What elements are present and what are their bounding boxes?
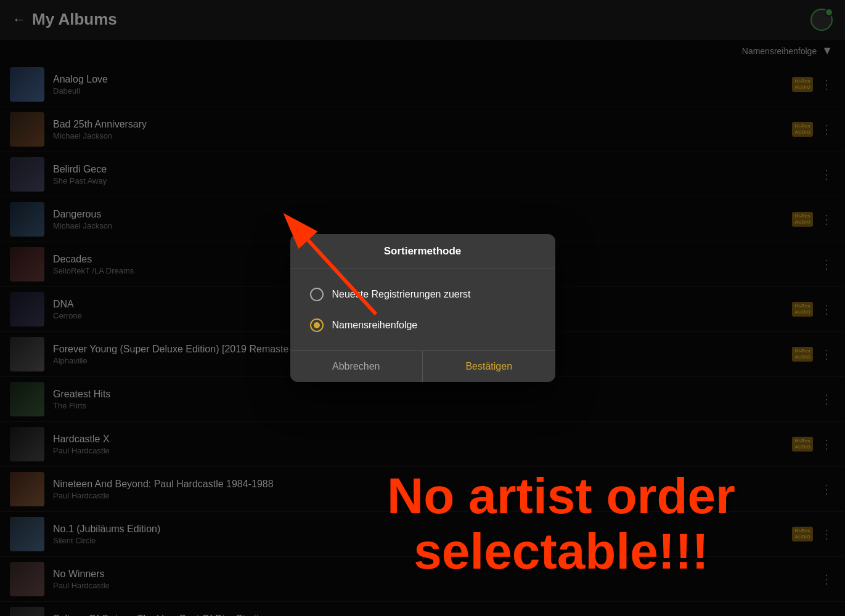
sort-modal: Sortiermethode Neueste Registrierungen z… xyxy=(290,234,555,382)
cancel-button[interactable]: Abbrechen xyxy=(290,351,423,382)
radio-circle-name xyxy=(310,318,324,332)
radio-option-name[interactable]: Namensreihenfolge xyxy=(305,310,541,341)
radio-option-newest[interactable]: Neueste Registrierungen zuerst xyxy=(305,279,541,310)
modal-title: Sortiermethode xyxy=(290,234,555,269)
radio-label-name: Namensreihenfolge xyxy=(332,320,418,331)
modal-footer: Abbrechen Bestätigen xyxy=(290,351,555,382)
modal-overlay: Sortiermethode Neueste Registrierungen z… xyxy=(0,0,845,616)
radio-circle-newest xyxy=(310,288,324,301)
confirm-button[interactable]: Bestätigen xyxy=(423,351,555,382)
modal-body: Neueste Registrierungen zuerst Namensrei… xyxy=(290,269,555,351)
radio-label-newest: Neueste Registrierungen zuerst xyxy=(332,289,471,300)
